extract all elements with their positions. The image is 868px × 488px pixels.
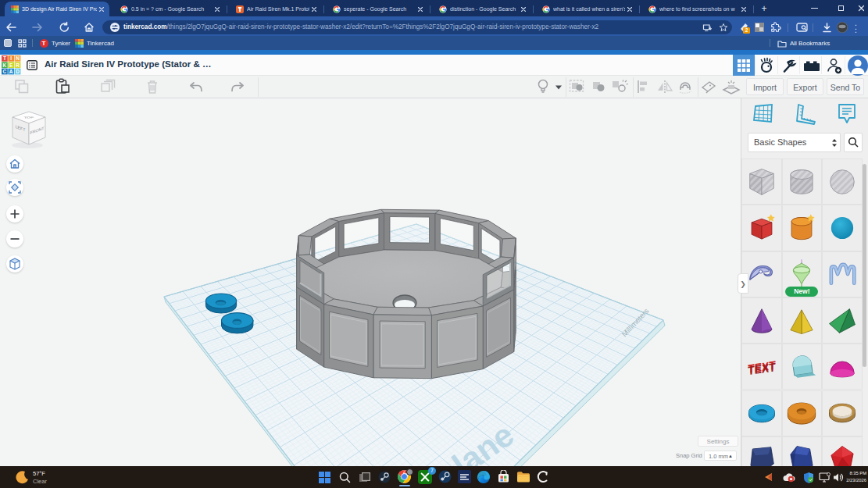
svg-text:A: A bbox=[9, 69, 13, 74]
svg-text:R: R bbox=[16, 62, 20, 68]
svg-text:2: 2 bbox=[745, 27, 748, 33]
svg-text:K: K bbox=[3, 62, 7, 68]
svg-text:I: I bbox=[10, 55, 12, 61]
svg-text:T: T bbox=[3, 55, 6, 61]
svg-text:D: D bbox=[16, 69, 20, 74]
svg-text:TEXT: TEXT bbox=[748, 360, 776, 377]
svg-text:N: N bbox=[16, 55, 20, 61]
svg-text:E: E bbox=[9, 62, 13, 68]
svg-text:TOP: TOP bbox=[23, 116, 34, 119]
svg-text:C: C bbox=[3, 69, 7, 74]
